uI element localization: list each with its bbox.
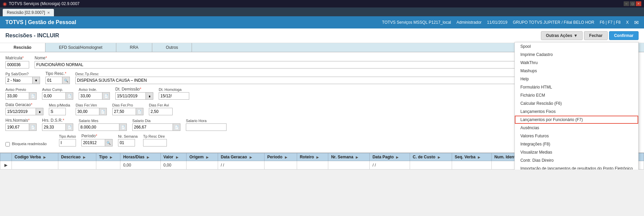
- data-geracao-group: ∎: [5, 108, 43, 115]
- menu-item-fichario-ecm[interactable]: Fichário ECM: [515, 91, 638, 99]
- menu-item-contr-dias[interactable]: Contr. Dias Direiro: [515, 156, 638, 164]
- outras-acoes-button[interactable]: Outras Ações ▼: [541, 31, 583, 40]
- calc-dias-fer-ven-button[interactable]: 📄: [99, 108, 107, 115]
- restore-button[interactable]: ◻: [630, 1, 635, 6]
- header-info: TOTVS Serviços MSSQL P1217_local Adminis…: [382, 19, 639, 26]
- col-tipo[interactable]: Tipo ▶: [96, 153, 120, 161]
- sort-icon: ▶: [316, 156, 319, 159]
- menu-item-lancamentos-funcionario[interactable]: Lançamentos por Funcionário (F7): [515, 116, 638, 124]
- calc-hrs-dsr-button[interactable]: 📄: [66, 123, 73, 131]
- input-aviso-previo[interactable]: [5, 92, 29, 100]
- minimize-button[interactable]: –: [624, 1, 629, 6]
- menu-item-lancamentos-fixos[interactable]: Lançamentos Fixos: [515, 107, 638, 116]
- calendar-data-geracao-button[interactable]: ∎: [36, 108, 43, 115]
- calc-salario-dia-button[interactable]: 📄: [173, 123, 180, 131]
- col-codigo-verba[interactable]: Codigo Verba ▶: [12, 153, 58, 161]
- calc-aviso-inde-button[interactable]: 📄: [102, 92, 110, 100]
- tipo-resc-group: 🔍: [45, 77, 70, 84]
- tab-rescisao[interactable]: Rescisão [02.9.0007] ✕: [3, 9, 54, 16]
- cell-descricao: [58, 161, 96, 170]
- field-aviso-cump: Aviso Cump. 📄: [42, 87, 73, 100]
- col-periodo[interactable]: Periodo ▶: [265, 153, 297, 161]
- menu-item-help[interactable]: Help: [515, 75, 638, 83]
- input-dt-demissao[interactable]: [115, 92, 146, 100]
- menu-item-calcular-rescisao[interactable]: Calcular Rescisão (F6): [515, 99, 638, 107]
- dropdown-menu: Spool Imprime Cadastro WalkThru Mashups …: [514, 42, 639, 170]
- close-button[interactable]: ✕: [636, 1, 641, 6]
- tab-efd-social[interactable]: EFD Social/Homolognet: [45, 43, 116, 52]
- menu-item-mashups[interactable]: Mashups: [515, 67, 638, 75]
- close-app-label[interactable]: X: [626, 20, 629, 25]
- calendar-dt-demissao-button[interactable]: ∎: [146, 92, 153, 100]
- col-origem[interactable]: Origem ▶: [187, 153, 218, 161]
- sort-icon: ▶: [43, 156, 46, 159]
- calc-salario-mes-button[interactable]: 📄: [119, 123, 127, 131]
- calc-hrs-normais-button[interactable]: 📄: [29, 123, 37, 131]
- input-data-geracao[interactable]: [5, 108, 36, 115]
- col-horas-dias[interactable]: Horas/Dias ▶: [120, 153, 161, 161]
- fechar-button[interactable]: Fechar: [584, 31, 607, 40]
- input-tp-resc-dire[interactable]: [143, 139, 167, 146]
- checkbox-bloqueia-readmissao[interactable]: [5, 142, 10, 146]
- menu-item-spool[interactable]: Spool: [515, 42, 638, 51]
- input-salario-hora[interactable]: [186, 123, 227, 131]
- menu-item-imprime-cadastro[interactable]: Imprime Cadastro: [515, 51, 638, 59]
- input-salario-mes[interactable]: [79, 123, 119, 131]
- dropdown-pg-sab-dom-button[interactable]: ▼: [33, 77, 40, 84]
- menu-item-importacao[interactable]: Importação de lançamentos de resultados …: [515, 164, 638, 170]
- input-dias-fer-pro[interactable]: [112, 108, 136, 115]
- tab-rescisao-form[interactable]: Rescisão: [0, 43, 45, 52]
- confirmar-button[interactable]: Confirmar: [609, 31, 639, 40]
- col-nr-semana[interactable]: Nr. Semana ▶: [328, 153, 370, 161]
- menu-item-visualizar-medias[interactable]: Visualizar Medias: [515, 148, 638, 156]
- col-data-geracao[interactable]: Data Geracao ▶: [218, 153, 264, 161]
- col-data-pagto[interactable]: Data Pagto ▶: [370, 153, 410, 161]
- mail-icon[interactable]: ✉: [634, 19, 639, 26]
- menu-item-walkthru[interactable]: WalkThru: [515, 59, 638, 67]
- input-pg-sab-dom[interactable]: [5, 77, 33, 84]
- input-dt-homologa[interactable]: [159, 92, 189, 100]
- input-hrs-normais[interactable]: [5, 123, 29, 131]
- tab-close-icon[interactable]: ✕: [47, 11, 50, 15]
- action-buttons: Outras Ações ▼ Fechar Confirmar Spool Im…: [541, 31, 639, 40]
- input-tipo-resc[interactable]: [45, 77, 62, 84]
- calc-aviso-cump-button[interactable]: 📄: [66, 92, 73, 100]
- field-tipo-resc: Tipo Resc.* 🔍: [45, 71, 70, 84]
- label-aviso-inde: Aviso Inde.: [79, 87, 110, 92]
- page-title: Rescisões - INCLUIR: [5, 33, 59, 39]
- input-aviso-cump[interactable]: [42, 92, 66, 100]
- field-dt-homologa: Dt. Homologa: [159, 87, 189, 100]
- input-periodo[interactable]: [81, 139, 105, 146]
- menu-item-valores-futuros[interactable]: Valores Futuros: [515, 132, 638, 140]
- col-descricao[interactable]: Descricao ▶: [58, 153, 96, 161]
- menu-item-formulario-html[interactable]: Formulário HTML: [515, 83, 638, 91]
- col-valor[interactable]: Valor ▶: [160, 153, 187, 161]
- server-info: TOTVS Serviços MSSQL P1217_local: [382, 20, 451, 25]
- cell-data-pagto: / /: [370, 161, 410, 170]
- search-tipo-resc-button[interactable]: 🔍: [62, 77, 70, 84]
- input-dias-fer-ven[interactable]: [76, 108, 99, 115]
- input-dias-fer-avi[interactable]: [149, 108, 173, 115]
- search-periodo-button[interactable]: 🔍: [105, 139, 113, 146]
- calc-dias-fer-pro-button[interactable]: 📄: [136, 108, 143, 115]
- input-nr-semana[interactable]: [118, 139, 135, 146]
- tab-rra[interactable]: RRA: [116, 43, 152, 52]
- tab-efd-label: EFD Social/Homolognet: [59, 45, 102, 50]
- input-matricula[interactable]: [5, 61, 29, 68]
- input-tipo-aviso[interactable]: [59, 139, 76, 146]
- menu-item-ausencias[interactable]: Ausências: [515, 124, 638, 132]
- input-hrs-dsr[interactable]: [42, 123, 66, 131]
- menu-item-integracoes[interactable]: Integrações (F8): [515, 140, 638, 148]
- input-mes-p-media[interactable]: [49, 108, 66, 115]
- field-bloqueia-readmissao: Bloqueia readmissão: [5, 142, 47, 146]
- calc-aviso-previo-button[interactable]: 📄: [29, 92, 37, 100]
- row-nav-button[interactable]: ▶: [3, 162, 9, 168]
- input-nome[interactable]: [35, 61, 549, 68]
- col-roteiro[interactable]: Roteiro ▶: [297, 153, 328, 161]
- field-periodo: Período* 🔍: [81, 134, 113, 146]
- col-c-de-custo[interactable]: C. de Custo ▶: [410, 153, 452, 161]
- col-seq-verba[interactable]: Seq. Verba ▶: [452, 153, 491, 161]
- input-salario-dia[interactable]: [132, 123, 173, 131]
- input-aviso-inde[interactable]: [79, 92, 102, 100]
- tab-outros[interactable]: Outros: [152, 43, 192, 52]
